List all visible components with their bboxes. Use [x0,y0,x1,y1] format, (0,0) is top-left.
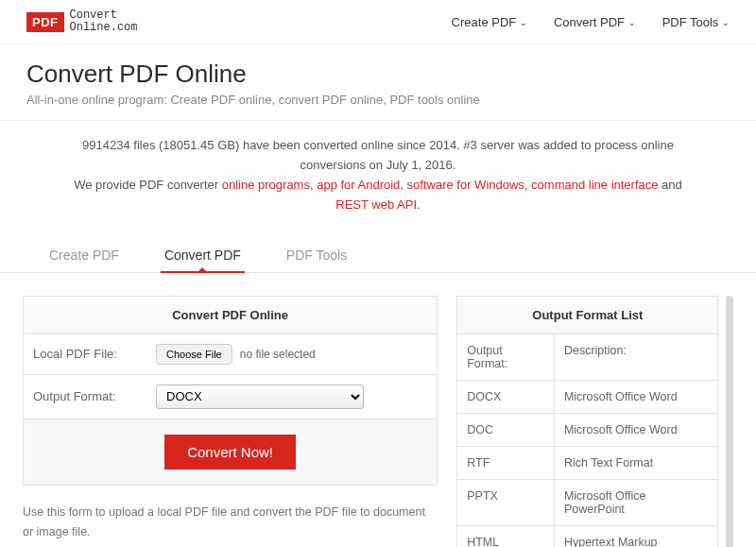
fmt-cell: HTML [457,525,555,547]
table-row: PPTXMicrosoft Office PowerPoint [457,479,718,525]
title-block: Convert PDF Online All-in-one online pro… [0,44,756,121]
desc-cell: Rich Text Format [554,446,718,479]
scrollbar[interactable] [726,296,733,547]
desc-cell: Microsoft Office Word [554,413,718,446]
stats-prefix: We provide PDF converter [74,178,222,192]
logo-badge: PDF [26,12,64,32]
convert-panel: Convert PDF Online Local PDF File: Choos… [23,296,438,486]
convert-panel-title: Convert PDF Online [24,297,437,334]
format-label: Output Format: [24,378,146,415]
nav-convert-label: Convert PDF [554,15,625,29]
stats-block: 9914234 files (18051.45 GB) have been co… [0,121,756,224]
no-file-text: no file selected [240,348,316,361]
file-label: Local PDF File: [24,335,146,372]
chevron-down-icon: ⌄ [628,18,636,27]
page-subtitle: All-in-one online program: Create PDF on… [26,93,730,107]
link-cli[interactable]: command line interface [531,178,658,192]
logo-text: Convert Online.com [70,9,138,34]
logo-line2: Online.com [70,21,138,34]
right-column: Output Format List Output Format: Descri… [456,296,733,547]
row-file: Local PDF File: Choose File no file sele… [24,334,437,375]
nav-tools-label: PDF Tools [662,15,719,29]
nav-create-label: Create PDF [452,15,517,29]
table-row: HTMLHypertext Markup Language [457,525,718,547]
tab-convert-pdf[interactable]: Convert PDF [161,240,245,272]
file-value: Choose File no file selected [146,334,437,374]
sep: , [400,178,406,192]
left-column: Convert PDF Online Local PDF File: Choos… [23,296,438,547]
output-list-title: Output Format List [457,296,718,333]
tab-create-pdf[interactable]: Create PDF [45,240,123,272]
stats-line2: We provide PDF converter online programs… [57,176,699,215]
and: and [659,178,682,192]
tab-pdf-tools[interactable]: PDF Tools [283,240,351,272]
nav-convert-pdf[interactable]: Convert PDF ⌄ [554,15,636,29]
chevron-down-icon: ⌄ [520,18,527,27]
desc-cell: Microsoft Office PowerPoint [554,479,718,525]
link-online-programs[interactable]: online programs [222,178,310,192]
fmt-cell: PPTX [457,479,555,525]
choose-file-button[interactable]: Choose File [156,344,232,365]
desc-cell: Hypertext Markup Language [554,525,718,547]
sep: , [524,178,531,192]
out-col-format: Output Format: [457,333,555,380]
desc-cell: Microsoft Office Word [554,380,718,413]
row-format: Output Format: DOCX [24,375,437,419]
out-col-desc: Description: [554,333,718,380]
instructions: Use this form to upload a local PDF file… [23,503,438,547]
output-format-table: Output Format List Output Format: Descri… [456,296,718,547]
table-row: DOCMicrosoft Office Word [457,413,718,446]
link-app-android[interactable]: app for Android [317,178,400,192]
main-area: Convert PDF Online Local PDF File: Choos… [0,273,756,547]
page-title: Convert PDF Online [26,60,730,89]
table-row: DOCXMicrosoft Office Word [457,380,718,413]
topbar: PDF Convert Online.com Create PDF ⌄ Conv… [0,0,756,44]
convert-row: Convert Now! [24,419,437,485]
instructions-intro: Use this form to upload a local PDF file… [23,503,438,543]
fmt-cell: DOCX [457,380,555,413]
tabs: Create PDF Convert PDF PDF Tools [0,231,756,273]
convert-now-button[interactable]: Convert Now! [164,435,296,470]
stats-line1: 9914234 files (18051.45 GB) have been co… [57,136,699,176]
topnav: Create PDF ⌄ Convert PDF ⌄ PDF Tools ⌄ [452,15,730,29]
chevron-down-icon: ⌄ [722,18,730,27]
fmt-cell: RTF [457,446,555,479]
output-format-select[interactable]: DOCX [156,385,364,409]
fmt-cell: DOC [457,413,555,446]
period: . [417,197,421,212]
table-row: RTFRich Text Format [457,446,718,479]
link-rest-api[interactable]: REST web API [335,197,417,212]
format-value: DOCX [146,375,437,419]
nav-create-pdf[interactable]: Create PDF ⌄ [452,15,527,29]
logo-line1: Convert [70,9,117,22]
link-software-windows[interactable]: software for Windows [407,178,524,192]
nav-pdf-tools[interactable]: PDF Tools ⌄ [662,15,730,29]
logo[interactable]: PDF Convert Online.com [26,9,138,34]
